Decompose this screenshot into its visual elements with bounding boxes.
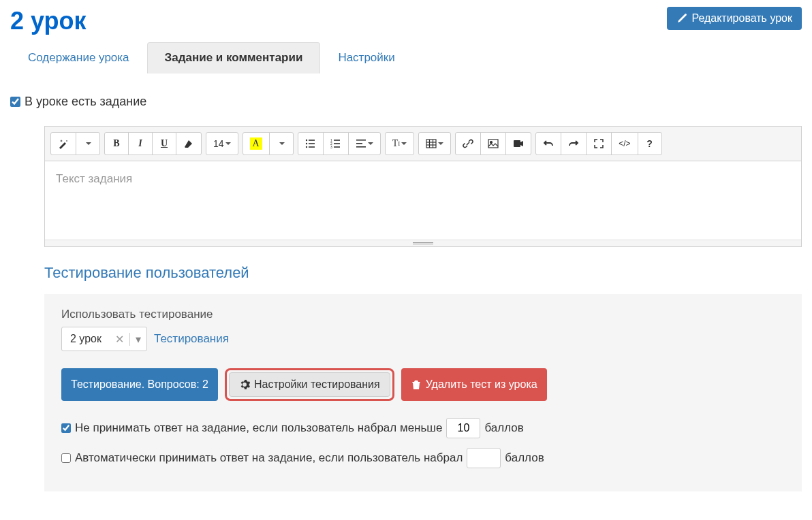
svg-rect-15 [426,140,436,148]
image-button[interactable] [480,132,506,155]
trash-icon [411,379,422,390]
fontsize-value: 14 [213,138,224,149]
heading-button[interactable]: TI [385,132,415,155]
svg-rect-12 [356,140,366,141]
fullscreen-icon [593,138,604,149]
link-button[interactable] [455,132,481,155]
page-title: 2 урок [10,7,87,35]
code-button[interactable]: </> [611,132,638,155]
eraser-icon [183,138,194,149]
svg-text:3: 3 [330,145,332,149]
align-button[interactable] [348,132,381,155]
test-settings-button[interactable]: Настройки тестирования [229,372,390,397]
highlight-box: Настройки тестирования [225,368,394,401]
auto-accept-label-after: баллов [505,451,544,465]
gear-icon [239,379,250,390]
link-icon [463,138,473,149]
table-button[interactable] [418,132,451,155]
test-info-button[interactable]: Тестирование. Вопросов: 2 [61,368,218,401]
edit-icon [676,13,687,24]
tabs: Содержание урока Задание и комментарии Н… [10,42,802,74]
editor-toolbar: B I U 14 A 123 TI [45,127,801,161]
svg-rect-13 [356,143,362,144]
testing-section-title: Тестирование пользователей [44,264,802,282]
svg-rect-1 [309,140,315,141]
redo-button[interactable] [561,132,587,155]
ol-button[interactable]: 123 [323,132,349,155]
svg-rect-3 [309,143,315,144]
tab-settings[interactable]: Настройки [320,42,412,74]
magic-dropdown[interactable] [76,132,100,155]
color-dropdown[interactable] [269,132,294,155]
fullscreen-button[interactable] [586,132,612,155]
use-testing-label: Использовать тестирование [61,308,785,321]
fontsize-button[interactable]: 14 [206,132,238,155]
svg-point-2 [306,143,307,144]
magic-icon [58,138,69,149]
delete-test-label: Удалить тест из урока [426,378,537,391]
min-score-input[interactable] [446,418,480,438]
test-select-value: 2 урок [62,329,110,349]
italic-button[interactable]: I [128,132,153,155]
test-select[interactable]: 2 урок ✕ ▾ [61,327,147,351]
color-button[interactable]: A [243,132,270,155]
svg-point-4 [306,146,307,148]
has-task-checkbox[interactable] [10,97,20,107]
has-task-label: В уроке есть задание [25,95,146,109]
underline-button[interactable]: U [152,132,176,155]
tests-link[interactable]: Тестирования [154,332,229,346]
svg-rect-22 [514,140,520,147]
tab-task-comments[interactable]: Задание и комментарии [147,42,321,74]
svg-rect-20 [488,140,498,148]
eraser-button[interactable] [176,132,202,155]
video-button[interactable] [505,132,531,155]
auto-accept-input[interactable] [467,448,501,468]
test-select-clear[interactable]: ✕ [110,333,129,346]
align-icon [356,138,366,149]
editor-resize-handle[interactable] [45,240,801,246]
undo-icon [543,138,554,149]
svg-rect-7 [334,140,340,141]
test-select-arrow[interactable]: ▾ [129,333,146,346]
ol-icon: 123 [330,138,341,149]
min-score-label-before: Не принимать ответ на задание, если поль… [75,421,442,435]
svg-rect-5 [309,146,315,148]
delete-test-button[interactable]: Удалить тест из урока [401,368,547,401]
redo-icon [568,138,579,149]
edit-lesson-button[interactable]: Редактировать урок [667,7,802,30]
help-button[interactable]: ? [638,132,662,155]
auto-accept-checkbox[interactable] [61,453,71,463]
video-icon [513,138,524,149]
color-icon: A [250,137,262,150]
magic-button[interactable] [50,132,76,155]
undo-button[interactable] [535,132,561,155]
table-icon [426,138,437,149]
image-icon [488,138,499,149]
edit-lesson-label: Редактировать урок [691,12,792,25]
ul-button[interactable] [298,132,324,155]
svg-point-21 [490,142,493,144]
svg-rect-14 [356,146,366,148]
editor-body[interactable]: Текст задания [45,161,801,240]
auto-accept-label-before: Автоматически принимать ответ на задание… [75,451,463,465]
min-score-label-after: баллов [484,421,523,435]
test-settings-label: Настройки тестирования [254,378,380,391]
rich-text-editor: B I U 14 A 123 TI [44,126,802,247]
tab-content[interactable]: Содержание урока [10,42,147,74]
svg-point-0 [306,140,307,141]
svg-rect-11 [334,146,340,148]
min-score-checkbox[interactable] [61,423,71,433]
testing-panel: Использовать тестирование 2 урок ✕ ▾ Тес… [44,294,802,491]
svg-rect-9 [334,143,340,144]
ul-icon [305,138,316,149]
bold-button[interactable]: B [104,132,129,155]
